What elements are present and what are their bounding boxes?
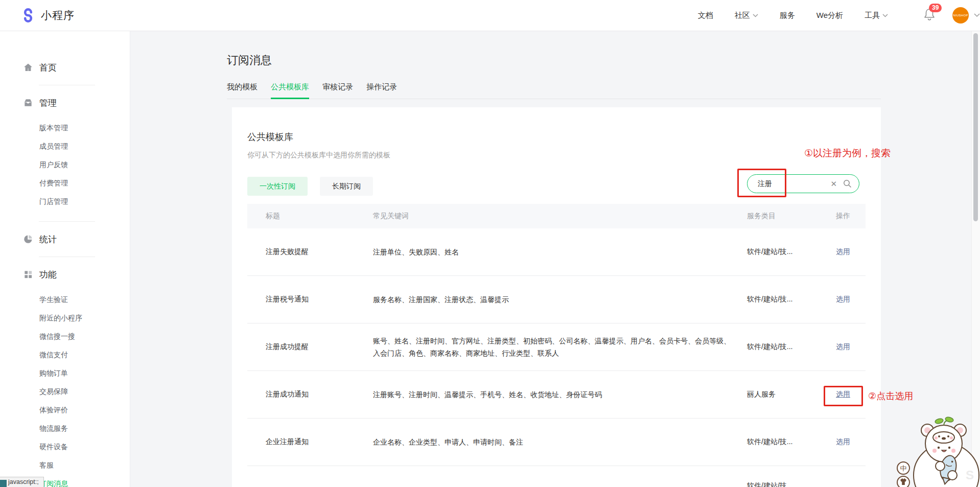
template-table: 标题 常见关键词 服务类目 操作 注册失败提醒 注册单位、失败原因、姓名 软件/… — [247, 204, 866, 487]
header-nav: 文档 社区 服务 — [698, 11, 909, 20]
sidebar-item[interactable]: 成员管理 — [39, 137, 130, 155]
tab[interactable]: 我的模板 — [227, 82, 258, 99]
avatar[interactable]: NIUSHOP — [952, 7, 969, 24]
column-header-action: 操作 — [832, 212, 866, 221]
template-keywords: 企业名称、企业类型、申请人、申请时间、备注 — [373, 436, 747, 448]
mascot-dress-button[interactable] — [897, 476, 909, 487]
avatar-text: NIUSHOP — [953, 14, 968, 17]
scrollbar-thumb[interactable] — [973, 33, 978, 221]
corner-accent — [0, 480, 7, 487]
mascot-watermark: S — [966, 468, 974, 482]
chevron-down-icon — [753, 14, 758, 17]
tab-bar: 我的模板 公共模板库 审核记录 操作记录 — [227, 82, 881, 99]
tab[interactable]: 公共模板库 — [271, 82, 309, 99]
customer-service-mascot[interactable]: S — [895, 415, 980, 487]
tab-label: 审核记录 — [322, 82, 353, 91]
template-title: 注册成功通知 — [266, 390, 373, 399]
table-row: 注册成功提醒 账号、姓名、注册时间、官方网址、注册类型、初始密码、公司名称、温馨… — [247, 323, 866, 371]
sidebar-item[interactable]: 订阅消息 — [39, 474, 130, 487]
template-title: 注册成功提醒 — [266, 342, 373, 352]
sidebar-section-stats[interactable]: 统计 — [23, 233, 130, 246]
nav-item-label: We分析 — [816, 11, 843, 20]
archive-icon — [23, 98, 33, 108]
sidebar-section-manage[interactable]: 管理 — [23, 96, 130, 109]
sidebar-section-label: 功能 — [39, 269, 57, 281]
sidebar-item-label: 体验评价 — [39, 406, 68, 414]
template-category: 软件/建站/技... — [747, 342, 832, 352]
notification-badge: 39 — [929, 4, 942, 12]
sidebar-item-label: 首页 — [39, 62, 57, 74]
page-title: 订阅消息 — [227, 53, 980, 68]
filter-button[interactable]: 长期订阅 — [320, 177, 373, 196]
sidebar-item[interactable]: 附近的小程序 — [39, 309, 130, 327]
sidebar-item-label: 学生验证 — [39, 295, 68, 304]
sidebar-item[interactable]: 版本管理 — [39, 119, 130, 137]
home-icon — [23, 62, 33, 73]
sidebar-item-label: 微信搜一搜 — [39, 332, 75, 340]
tab[interactable]: 操作记录 — [366, 82, 397, 99]
nav-item-label: 工具 — [865, 11, 880, 20]
nav-item[interactable]: We分析 — [816, 11, 843, 20]
filter-button[interactable]: 一次性订阅 — [247, 177, 308, 196]
use-template-link[interactable]: 选用 — [836, 295, 850, 303]
annotation-box-use-link — [824, 386, 863, 406]
sidebar-item-label: 用户反馈 — [39, 160, 68, 169]
nav-item[interactable]: 服务 — [780, 11, 795, 20]
template-category: 丽人服务 — [747, 390, 832, 399]
column-header-title: 标题 — [266, 212, 373, 221]
sidebar-item[interactable]: 硬件设备 — [39, 437, 130, 456]
use-template-link[interactable]: 选用 — [836, 342, 850, 351]
tab-label: 我的模板 — [227, 82, 258, 91]
sidebar-item[interactable]: 交易保障 — [39, 382, 130, 401]
nav-item-label: 文档 — [698, 11, 713, 20]
use-template-link[interactable]: 选用 — [836, 437, 850, 446]
sidebar-section-label: 管理 — [39, 97, 57, 109]
filter-button-label: 一次性订阅 — [260, 182, 295, 190]
logo[interactable]: 小程序 — [20, 8, 75, 23]
nav-item-label: 社区 — [735, 11, 750, 20]
main-content: 订阅消息 我的模板 公共模板库 审核记录 操作记录 公共模板库 — [130, 31, 980, 487]
sidebar-manage-list: 版本管理 成员管理 用户反馈 付费管理 门店管理 — [39, 119, 130, 211]
sidebar-item[interactable]: 付费管理 — [39, 174, 130, 192]
sidebar-item[interactable]: 学生验证 — [39, 290, 130, 309]
table-row: 软件/建站/技... — [247, 466, 866, 487]
sidebar-divider — [39, 85, 95, 85]
sidebar-item[interactable]: 体验评价 — [39, 401, 130, 419]
template-category: 软件/建站/技... — [747, 247, 832, 257]
table-row: 注册失败提醒 注册单位、失败原因、姓名 软件/建站/技... 选用 — [247, 228, 866, 276]
panel-title: 公共模板库 — [247, 131, 866, 143]
sidebar-item-label: 客服 — [39, 461, 54, 469]
clear-search-icon[interactable]: ✕ — [830, 179, 837, 189]
tab[interactable]: 审核记录 — [322, 82, 353, 99]
nav-item[interactable]: 社区 — [735, 11, 758, 20]
sidebar-item[interactable]: 微信搜一搜 — [39, 327, 130, 345]
annotation-step2-text: ②点击选用 — [868, 390, 913, 402]
account-chevron-down-icon[interactable] — [974, 13, 980, 17]
sidebar-features-list: 学生验证 附近的小程序 微信搜一搜 微信支付 购物订单 — [39, 290, 130, 487]
nav-item[interactable]: 文档 — [698, 11, 713, 20]
sidebar-item[interactable]: 微信支付 — [39, 345, 130, 364]
template-keywords: 账号、姓名、注册时间、官方网址、注册类型、初始密码、公司名称、温馨提示、用户名、… — [373, 335, 747, 359]
notification-bell[interactable]: 39 — [924, 8, 935, 22]
template-category: 软件/建站/技... — [747, 295, 832, 304]
sidebar-item[interactable]: 物流服务 — [39, 419, 130, 437]
use-template-link[interactable]: 选用 — [836, 247, 850, 256]
template-category: 软件/建站/技... — [747, 481, 832, 487]
sidebar-item-label: 购物订单 — [39, 369, 68, 377]
sidebar-divider — [39, 257, 95, 257]
sidebar-item[interactable]: 用户反馈 — [39, 155, 130, 174]
sidebar-item-label: 门店管理 — [39, 197, 68, 205]
sidebar-item[interactable]: 购物订单 — [39, 364, 130, 382]
nav-item[interactable]: 工具 — [865, 11, 888, 20]
sidebar-section-features[interactable]: 功能 — [23, 268, 130, 281]
sidebar-section-label: 统计 — [39, 234, 57, 245]
search-icon[interactable] — [843, 179, 852, 188]
template-library-card: 公共模板库 你可从下方的公共模板库中选用你所需的模板 一次性订阅 长期订阅 ✕ — [232, 107, 881, 487]
template-keywords: 服务名称、注册国家、注册状态、温馨提示 — [373, 293, 747, 306]
sidebar-item-home[interactable]: 首页 — [23, 61, 130, 74]
mascot-lang-button[interactable]: 中 — [897, 462, 909, 474]
sidebar-item[interactable]: 客服 — [39, 456, 130, 474]
sidebar-item-label: 附近的小程序 — [39, 314, 82, 322]
filter-button-label: 长期订阅 — [332, 182, 361, 190]
sidebar-item[interactable]: 门店管理 — [39, 192, 130, 211]
